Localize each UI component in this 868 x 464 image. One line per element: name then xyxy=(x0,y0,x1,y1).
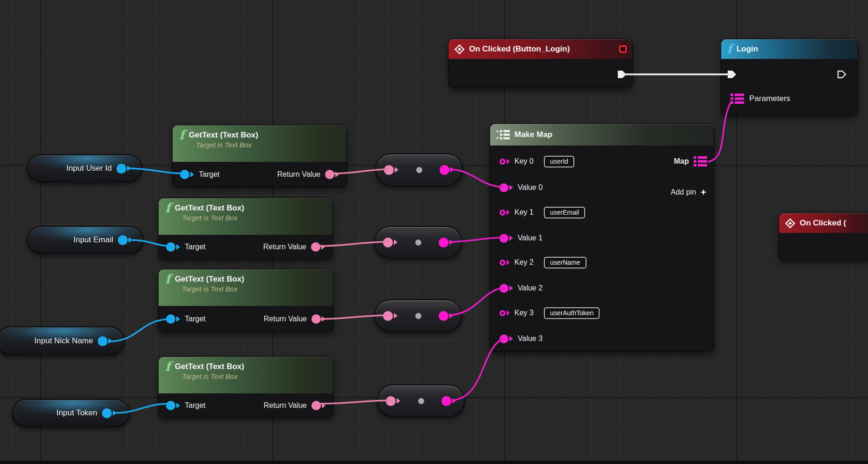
parameters-pin[interactable]: Parameters xyxy=(731,94,790,104)
return-value-pin[interactable]: Return Value xyxy=(264,401,326,410)
key0-label: Key 0 xyxy=(514,157,534,166)
key1-label: Key 1 xyxy=(514,208,534,217)
function-icon: f xyxy=(165,203,171,213)
conversion-output-pin[interactable] xyxy=(439,311,453,321)
target-pin[interactable]: Target xyxy=(166,242,205,252)
node-on-clicked-partial[interactable]: On Clicked ( xyxy=(779,213,868,261)
login-node-title: Login xyxy=(737,44,758,54)
variable-input-email[interactable]: Input Email xyxy=(27,226,144,254)
key3-pin-row[interactable]: Key 3 userAuthToken xyxy=(499,306,600,320)
key1-pin-row[interactable]: Key 1 userEmail xyxy=(499,205,585,219)
conversion-function-icon xyxy=(416,167,422,173)
conversion-input-pin[interactable] xyxy=(384,165,398,175)
gettext-title: GetText (Text Box) xyxy=(175,275,245,284)
gettext-subtitle: Target is Text Box xyxy=(182,372,326,380)
key0-value-input[interactable]: userId xyxy=(544,156,574,167)
target-pin[interactable]: Target xyxy=(180,170,219,179)
exec-out-pin[interactable] xyxy=(616,69,628,80)
target-pin[interactable]: Target xyxy=(166,401,205,410)
variable-output-pin[interactable] xyxy=(98,336,112,346)
map-output-pin-row[interactable]: Map xyxy=(674,154,707,168)
function-icon: f xyxy=(179,130,185,140)
gettext-title: GetText (Text Box) xyxy=(175,203,245,213)
conversion-node-1[interactable] xyxy=(375,153,463,186)
variable-input-user-id[interactable]: Input User Id xyxy=(27,154,142,182)
variable-output-pin[interactable] xyxy=(102,408,116,418)
delegate-pin[interactable] xyxy=(619,45,627,53)
node-gettext-1[interactable]: f GetText (Text Box) Target is Text Box … xyxy=(172,125,347,187)
conversion-node-3[interactable] xyxy=(374,299,462,332)
gettext-subtitle: Target is Text Box xyxy=(182,285,326,293)
key3-label: Key 3 xyxy=(514,309,534,317)
event-diamond-icon xyxy=(454,44,465,55)
value1-label: Value 1 xyxy=(518,234,542,242)
make-map-icon xyxy=(496,130,510,139)
conversion-input-pin[interactable] xyxy=(383,311,398,321)
conversion-node-2[interactable] xyxy=(374,226,462,259)
conversion-function-icon xyxy=(415,313,421,319)
function-icon: f xyxy=(165,275,171,284)
value1-pin-row[interactable]: Value 1 xyxy=(499,231,542,245)
key2-label: Key 2 xyxy=(514,258,534,267)
node-make-map[interactable]: Make Map Key 0 userId Value 0 Key 1 user… xyxy=(490,123,714,352)
map-pin-icon xyxy=(731,94,744,104)
conversion-input-pin[interactable] xyxy=(383,238,398,247)
gettext-title: GetText (Text Box) xyxy=(189,130,259,140)
event-node-title: On Clicked ( xyxy=(800,218,846,228)
node-gettext-3[interactable]: f GetText (Text Box) Target is Text Box … xyxy=(158,269,333,332)
event-node-title: On Clicked (Button_Login) xyxy=(469,44,570,54)
value0-pin-row[interactable]: Value 0 xyxy=(499,181,542,195)
conversion-output-pin[interactable] xyxy=(439,238,453,247)
return-value-pin[interactable]: Return Value xyxy=(264,314,326,324)
conversion-function-icon xyxy=(415,239,421,246)
return-value-pin[interactable]: Return Value xyxy=(263,242,325,252)
parameters-label: Parameters xyxy=(749,94,790,103)
value3-pin-row[interactable]: Value 3 xyxy=(499,332,542,346)
conversion-node-4[interactable] xyxy=(377,384,465,417)
node-on-clicked-button-login[interactable]: On Clicked (Button_Login) xyxy=(448,39,633,88)
gettext-subtitle: Target is Text Box xyxy=(196,141,340,149)
value2-label: Value 2 xyxy=(518,284,542,292)
variable-input-token[interactable]: Input Token xyxy=(12,399,130,427)
conversion-output-pin[interactable] xyxy=(441,396,456,406)
exec-in-pin[interactable] xyxy=(726,69,738,80)
conversion-function-icon xyxy=(418,398,424,404)
value3-label: Value 3 xyxy=(518,334,542,343)
variable-output-pin[interactable] xyxy=(116,164,131,174)
gettext-title: GetText (Text Box) xyxy=(175,362,245,371)
variable-input-nick-name[interactable]: Input Nick Name xyxy=(0,326,124,355)
viewport-bottom-edge xyxy=(0,461,868,464)
function-icon: f xyxy=(165,362,171,371)
key2-value-input[interactable]: userName xyxy=(544,257,586,268)
key0-pin-row[interactable]: Key 0 userId xyxy=(499,154,574,168)
map-output-label: Map xyxy=(674,157,689,166)
gettext-subtitle: Target is Text Box xyxy=(182,214,326,222)
plus-icon: + xyxy=(701,188,706,196)
variable-output-pin[interactable] xyxy=(118,235,132,245)
event-diamond-icon xyxy=(785,218,796,229)
add-pin-button[interactable]: Add pin + xyxy=(671,185,706,199)
conversion-input-pin[interactable] xyxy=(386,396,400,406)
node-gettext-2[interactable]: f GetText (Text Box) Target is Text Box … xyxy=(158,198,333,259)
value2-pin-row[interactable]: Value 2 xyxy=(499,281,542,295)
add-pin-label: Add pin xyxy=(671,188,696,196)
node-gettext-4[interactable]: f GetText (Text Box) Target is Text Box … xyxy=(158,356,333,417)
node-login[interactable]: f Login Parameters xyxy=(721,39,858,116)
make-map-title: Make Map xyxy=(514,130,552,139)
function-icon: f xyxy=(727,44,732,54)
value0-label: Value 0 xyxy=(518,183,542,192)
exec-out-pin-unconnected[interactable] xyxy=(836,69,847,80)
key1-value-input[interactable]: userEmail xyxy=(544,207,585,218)
conversion-output-pin[interactable] xyxy=(440,165,454,175)
return-value-pin[interactable]: Return Value xyxy=(277,170,339,179)
key3-value-input[interactable]: userAuthToken xyxy=(544,307,600,319)
blueprint-graph-canvas[interactable]: On Clicked (Button_Login) f Login xyxy=(0,0,868,464)
target-pin[interactable]: Target xyxy=(166,314,205,324)
key2-pin-row[interactable]: Key 2 userName xyxy=(499,255,586,269)
map-output-icon xyxy=(694,156,707,167)
